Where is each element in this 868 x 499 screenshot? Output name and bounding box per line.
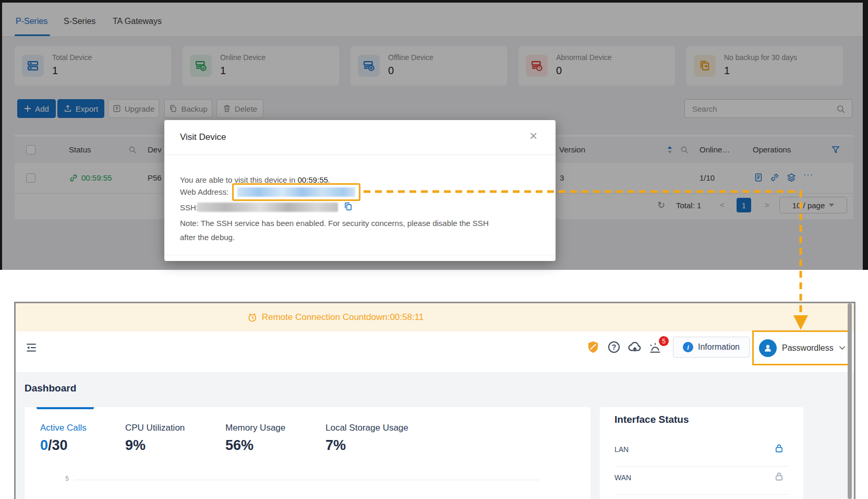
information-button[interactable]: i Information [673,337,750,358]
metric-value: 9% [125,437,146,454]
web-address-link-redacted[interactable] [237,187,355,197]
alarm-clock-icon [247,312,258,323]
collapse-menu-icon[interactable] [25,341,38,354]
ssh-note-line1: Note: The SSH service has been enabled. … [180,219,489,228]
metric-value: 7% [326,437,346,454]
visit-device-modal: Visit Device × You are able to visit thi… [164,120,556,261]
metric-label: CPU Utilization [125,423,185,433]
information-label: Information [698,342,740,352]
copy-icon[interactable] [343,201,353,211]
account-name: Passwordless [782,343,834,353]
metric-label: Memory Usage [225,423,285,433]
countdown-banner: Remote Connection Countdown:00:58:11 [16,303,854,331]
security-shield-icon[interactable] [586,340,600,354]
ssh-address-redacted [197,203,338,212]
help-icon[interactable]: ? [608,341,620,353]
interface-row-divider [614,494,789,495]
lan-lock-icon[interactable] [774,443,784,453]
scrollbar[interactable] [848,303,852,499]
chart-gridline [74,480,540,480]
metric-label: Active Calls [40,423,87,433]
interface-row-divider [614,466,789,467]
modal-divider [164,155,556,155]
metric-label: Local Storage Usage [326,423,408,433]
account-menu[interactable]: Passwordless [752,330,851,365]
cloud-upload-icon[interactable] [628,340,642,354]
modal-footer-divider [164,255,556,255]
page-title: Dashboard [25,383,76,394]
metrics-card: Active Calls 0/30 CPU Utilization 9% Mem… [25,407,590,499]
web-address-highlight [232,183,360,201]
lan-row-label: LAN [614,445,629,454]
page: P-Series S-Series TA Gateways Total Devi… [0,0,868,499]
info-icon: i [683,342,693,352]
chevron-down-icon [839,346,846,350]
metric-value: 0/30 [40,437,68,454]
metric-value: 56% [225,437,254,454]
wan-lock-icon[interactable] [774,471,784,481]
avatar [759,339,777,357]
interface-status-title: Interface Status [614,414,689,425]
notification-badge: 5 [659,336,669,346]
ssh-note-line2: after the debug. [180,233,235,242]
active-metric-indicator [37,407,94,409]
ssh-label: SSH: [180,203,198,212]
modal-title: Visit Device [180,132,226,142]
interface-status-card: Interface Status LAN WAN [600,407,803,499]
wan-row-label: WAN [614,473,631,482]
chart-y-tick: 5 [53,475,69,482]
dashboard-header: ? 5 i Information Passwordless [16,331,854,372]
web-address-label: Web Address: [180,187,228,196]
close-icon[interactable]: × [529,130,537,141]
countdown-banner-text: Remote Connection Countdown:00:58:11 [262,312,424,323]
device-dashboard-screen: Remote Connection Countdown:00:58:11 ? 5… [14,302,855,499]
